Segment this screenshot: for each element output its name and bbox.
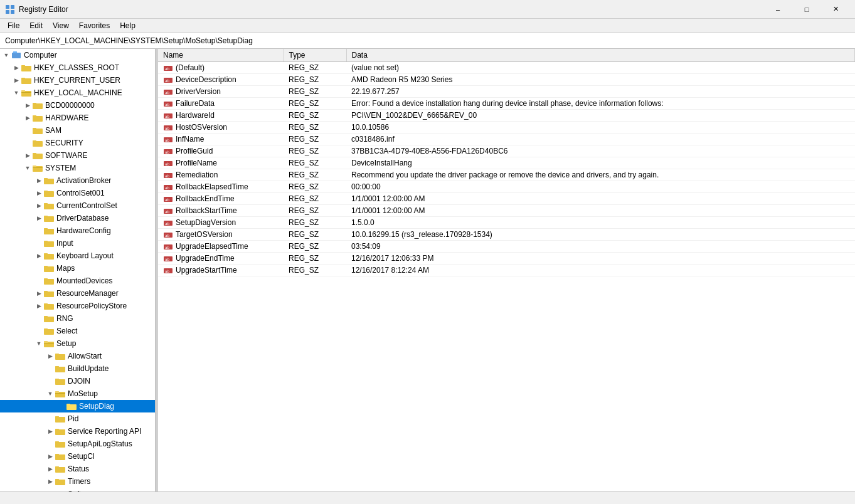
close-button[interactable]: ✕ — [821, 0, 850, 19]
tree-node-sam[interactable]: ▶ SAM — [0, 124, 155, 137]
tree-node-hardware[interactable]: ▶ HARDWARE — [0, 112, 155, 124]
svg-rect-27 — [44, 178, 48, 181]
table-row[interactable]: abHostOSVersionREG_SZ10.0.10586 — [158, 122, 855, 134]
expand-icon: ▶ — [45, 351, 55, 361]
col-name[interactable]: Name — [158, 49, 284, 62]
tree-node-hkcu[interactable]: ▶ HKEY_CURRENT_USER — [0, 74, 155, 87]
expand-icon: ▶ — [11, 63, 21, 73]
tree-node-activationbroker[interactable]: ▶ ActivationBroker — [0, 174, 155, 187]
menu-edit[interactable]: Edit — [24, 20, 48, 31]
menu-view[interactable]: View — [48, 20, 74, 31]
folder-icon — [44, 289, 54, 298]
table-row[interactable]: abRollbackEndTimeREG_SZ1/1/0001 12:00:00… — [158, 193, 855, 205]
col-data[interactable]: Data — [346, 49, 855, 62]
tree-node-system[interactable]: ▼ SYSTEM ▶ — [0, 162, 155, 491]
folder-icon — [55, 490, 65, 491]
svg-text:ab: ab — [165, 90, 170, 95]
tree-node-input[interactable]: ▶ Input — [0, 237, 155, 249]
tree-node-hardwareconfig[interactable]: ▶ HardwareConfig — [0, 224, 155, 237]
table-row[interactable]: ab(Default)REG_SZ(value not set) — [158, 62, 855, 74]
minimize-button[interactable]: – — [763, 0, 792, 19]
table-row[interactable]: abFailureDataREG_SZError: Found a device… — [158, 98, 855, 110]
svg-rect-31 — [44, 203, 48, 206]
svg-rect-41 — [44, 266, 48, 268]
maximize-button[interactable]: □ — [792, 0, 821, 19]
table-row[interactable]: abUpgradeElapsedTimeREG_SZ03:54:09 — [158, 241, 855, 253]
table-row[interactable]: abProfileGuidREG_SZ37BB1C3A-4D79-40E8-A5… — [158, 145, 855, 157]
tree-node-allowstart[interactable]: ▶ AllowStart — [0, 350, 155, 362]
svg-rect-73 — [55, 454, 59, 456]
tree-node-driverdatabase[interactable]: ▶ DriverDatabase — [0, 212, 155, 224]
tree-node-mosetup[interactable]: ▼ MoSetup — [0, 387, 155, 412]
svg-rect-5 — [13, 51, 17, 53]
tree-node-hklm[interactable]: ▼ HKEY_LOCAL_MACHINE ▶ — [0, 87, 155, 491]
reg-value-icon: ab — [163, 196, 173, 203]
table-row[interactable]: abInfNameREG_SZc0318486.inf — [158, 134, 855, 145]
tree-node-setupcl[interactable]: ▶ SetupCl — [0, 450, 155, 463]
tree-node-software[interactable]: ▶ SOFTWARE — [0, 149, 155, 162]
tree-node-resourcepolicystore[interactable]: ▶ ResourcePolicyStore — [0, 300, 155, 312]
table-row[interactable]: abProfileNameREG_SZDeviceInstallHang — [158, 157, 855, 169]
tree-node-timers[interactable]: ▶ Timers — [0, 475, 155, 488]
table-row[interactable]: abRollbackElapsedTimeREG_SZ00:00:00 — [158, 181, 855, 193]
tree-node-servicereportingapi[interactable]: ▶ Service Reporting API — [0, 425, 155, 438]
folder-icon — [21, 63, 31, 72]
menu-help[interactable]: Help — [115, 20, 141, 31]
tree-panel[interactable]: ▼ Computer ▶ HKEY_C — [0, 49, 156, 491]
menu-favorites[interactable]: Favorites — [74, 20, 115, 31]
svg-rect-37 — [44, 241, 48, 243]
reg-value-icon: ab — [163, 243, 173, 251]
root-children: ▶ HKEY_CLASSES_ROOT ▶ HKEY_CURRE — [0, 61, 155, 491]
tree-node-pid[interactable]: ▶ Pid — [0, 412, 155, 425]
table-row[interactable]: abUpgradeEndTimeREG_SZ12/16/2017 12:06:3… — [158, 253, 855, 265]
svg-rect-22 — [33, 153, 36, 155]
table-row[interactable]: abDriverVersionREG_SZ22.19.677.257 — [158, 86, 855, 98]
tree-node-resourcemanager[interactable]: ▶ ResourceManager — [0, 287, 155, 300]
tree-node-djoin[interactable]: ▶ DJOIN — [0, 375, 155, 387]
svg-rect-39 — [44, 253, 48, 256]
tree-node-rng[interactable]: ▶ RNG — [0, 312, 155, 325]
tree-node-computer[interactable]: ▼ Computer ▶ HKEY_C — [0, 49, 155, 491]
folder-open-icon — [33, 164, 43, 172]
tree-node-maps[interactable]: ▶ Maps — [0, 262, 155, 275]
tree-node-hkcr[interactable]: ▶ HKEY_CLASSES_ROOT — [0, 61, 155, 74]
table-row[interactable]: abRemediationREG_SZRecommend you update … — [158, 169, 855, 181]
table-row[interactable]: abRollbackStartTimeREG_SZ1/1/0001 12:00:… — [158, 205, 855, 217]
table-row[interactable]: abHardwareIdREG_SZPCI\VEN_1002&DEV_6665&… — [158, 110, 855, 122]
svg-rect-0 — [6, 5, 9, 9]
table-row[interactable]: abSetupDiagVersionREG_SZ1.5.0.0 — [158, 217, 855, 229]
svg-rect-67 — [55, 416, 59, 419]
svg-text:ab: ab — [165, 221, 170, 226]
expand-icon: ▶ — [34, 188, 44, 198]
table-row[interactable]: abTargetOSVersionREG_SZ10.0.16299.15 (rs… — [158, 229, 855, 241]
reg-value-icon: ab — [163, 219, 173, 227]
expand-icon: ▼ — [45, 389, 55, 399]
svg-rect-63 — [55, 393, 65, 394]
folder-icon — [33, 101, 43, 110]
address-bar: Computer\HKEY_LOCAL_MACHINE\SYSTEM\Setup… — [0, 33, 855, 49]
col-type[interactable]: Type — [284, 49, 346, 62]
computer-icon — [11, 51, 21, 60]
tree-node-setupdiag[interactable]: ▶ SetupDiag — [0, 400, 155, 412]
expand-icon: ▶ — [23, 100, 33, 110]
reg-value-icon: ab — [163, 184, 173, 191]
tree-node-keyboardlayout[interactable]: ▶ Keyboard Layout — [0, 249, 155, 262]
folder-icon — [44, 314, 54, 323]
svg-rect-65 — [66, 404, 70, 406]
tree-node-security[interactable]: ▶ SECURITY — [0, 137, 155, 149]
tree-node-software-setup[interactable]: ▶ Software — [0, 488, 155, 491]
tree-node-bcd[interactable]: ▶ BCD00000000 — [0, 99, 155, 112]
tree-node-select[interactable]: ▶ Select — [0, 325, 155, 337]
tree-node-mounteddevices[interactable]: ▶ MountedDevices — [0, 275, 155, 287]
menu-file[interactable]: File — [3, 20, 24, 31]
tree-node-controlset001[interactable]: ▶ ControlSet001 — [0, 187, 155, 199]
tree-node-buildupdate[interactable]: ▶ BuildUpdate — [0, 362, 155, 375]
folder-icon — [55, 439, 65, 448]
tree-node-status[interactable]: ▶ Status — [0, 463, 155, 475]
table-row[interactable]: abUpgradeStartTimeREG_SZ12/16/2017 8:12:… — [158, 265, 855, 276]
tree-node-setup[interactable]: ▼ Setup — [0, 337, 155, 491]
svg-rect-45 — [44, 291, 48, 293]
tree-node-setupapilogstatus[interactable]: ▶ SetupApiLogStatus — [0, 438, 155, 450]
tree-node-currentcontrolset[interactable]: ▶ CurrentControlSet — [0, 199, 155, 212]
table-row[interactable]: abDeviceDescriptionREG_SZAMD Radeon R5 M… — [158, 74, 855, 86]
